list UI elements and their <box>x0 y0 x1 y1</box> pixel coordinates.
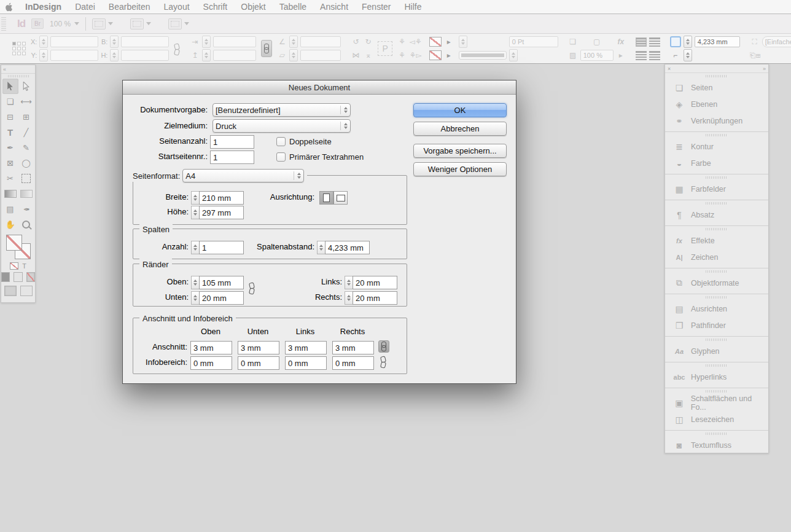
panel-tab-objektformate[interactable]: ⧉ Objektformate <box>665 275 768 291</box>
line-tool[interactable]: ╱ <box>18 125 34 140</box>
swap-fill-stroke-icon[interactable] <box>10 262 18 270</box>
gradient-feather-tool[interactable] <box>18 186 34 201</box>
height-stepper[interactable] <box>110 49 119 61</box>
wrap-around-object-icon[interactable] <box>636 51 647 60</box>
menu-bearbeiten[interactable]: Bearbeiten <box>102 0 157 14</box>
stroke-style-dropdown[interactable] <box>459 51 507 60</box>
appbar-gripper[interactable] <box>1 17 6 31</box>
fill-swatch[interactable] <box>6 235 22 251</box>
panel-group-gripper[interactable] <box>665 362 768 369</box>
fx-menu-icon[interactable]: fx <box>616 37 626 46</box>
hand-tool[interactable]: ✋ <box>2 217 18 232</box>
pen-tool[interactable]: ✒ <box>2 140 18 155</box>
view-options-dropdown[interactable] <box>92 18 113 29</box>
menu-schrift[interactable]: Schrift <box>197 0 235 14</box>
panel-tab-pathfinder[interactable]: ❒ Pathfinder <box>665 317 768 334</box>
panel-group-gripper[interactable] <box>665 73 768 79</box>
panel-group-gripper[interactable] <box>665 388 768 394</box>
slug-bottom-input[interactable]: 0 mm <box>238 356 279 370</box>
panel-group-gripper[interactable] <box>665 174 768 181</box>
page-size-dropdown[interactable]: A4 <box>182 169 304 182</box>
bridge-button[interactable]: Br <box>31 18 44 29</box>
close-icon[interactable]: × <box>668 66 671 72</box>
corner-radius-stepper[interactable] <box>684 36 692 48</box>
panel-group-gripper[interactable] <box>665 337 768 343</box>
margin-top-input[interactable]: 105 mm <box>199 276 244 289</box>
tools-panel-header[interactable]: « <box>1 65 35 74</box>
rotate-cw-icon[interactable]: ↻ <box>363 37 373 46</box>
clear-overrides-icon[interactable]: ⎗⊞ <box>750 51 760 60</box>
reference-point-proxy[interactable] <box>12 42 26 55</box>
menu-layout[interactable]: Layout <box>157 0 197 14</box>
panel-group-gripper[interactable] <box>665 226 768 232</box>
panel-group-gripper[interactable] <box>665 200 768 206</box>
stroke-color-swatch[interactable] <box>429 37 442 47</box>
flip-vertical-icon[interactable]: ⌅ <box>363 51 373 60</box>
landscape-button[interactable] <box>333 191 348 205</box>
panel-tab-farbe[interactable]: ◒ Farbe <box>665 155 768 171</box>
bleed-left-input[interactable]: 3 mm <box>285 341 327 354</box>
gap-tool[interactable]: ⟷ <box>18 94 34 109</box>
link-scale-button[interactable] <box>261 40 272 57</box>
preview-mode-button[interactable] <box>20 286 33 296</box>
menu-objekt[interactable]: Objekt <box>234 0 272 14</box>
panel-tab-absatz[interactable]: ¶ Absatz <box>665 206 768 223</box>
stroke-menu-arrow-icon[interactable]: ▸ <box>444 37 454 46</box>
apply-none-button[interactable] <box>26 272 35 282</box>
scale-y-stepper[interactable] <box>202 49 211 61</box>
panel-tab-effekte[interactable]: fx Effekte <box>665 232 768 249</box>
dialog-title-bar[interactable]: Neues Dokument <box>123 80 516 95</box>
margin-bottom-stepper[interactable] <box>191 291 199 305</box>
panel-tab-kontur[interactable]: ≣ Kontur <box>665 138 768 155</box>
bleed-right-input[interactable]: 3 mm <box>332 341 374 354</box>
intent-dropdown[interactable]: Druck <box>212 119 351 133</box>
scale-y-field[interactable] <box>213 50 256 61</box>
start-page-input[interactable]: 1 <box>210 151 254 164</box>
panel-tab-farbfelder[interactable]: ▦ Farbfelder <box>665 181 768 197</box>
apply-gradient-button[interactable] <box>14 272 22 282</box>
page-tool[interactable]: ❏ <box>2 94 18 109</box>
panel-tab-textumfluss[interactable]: ◙ Textumfluss <box>665 437 768 453</box>
content-placer-tool[interactable]: ⊞ <box>18 109 34 125</box>
menu-hilfe[interactable]: Hilfe <box>398 0 429 14</box>
constrain-proportions-icon[interactable] <box>174 44 180 53</box>
bleed-bottom-input[interactable]: 3 mm <box>238 341 279 354</box>
stroke-style-arrows[interactable] <box>509 49 518 61</box>
scale-x-stepper[interactable] <box>202 36 211 48</box>
collapse-panel-icon[interactable]: « <box>3 66 6 72</box>
flip-horizontal-icon[interactable]: ⋈ <box>351 51 360 60</box>
stroke-weight-field[interactable]: 0 Pt <box>509 36 558 47</box>
bleed-link-button[interactable] <box>378 340 389 353</box>
fewer-options-button[interactable]: Weniger Optionen <box>413 162 507 176</box>
apply-color-button[interactable] <box>1 272 10 282</box>
ellipse-frame-tool[interactable]: ◯ <box>18 155 34 171</box>
column-count-stepper[interactable] <box>191 241 199 254</box>
eyedropper-tool[interactable]: ✒ <box>18 201 34 217</box>
margin-right-stepper[interactable] <box>345 291 353 305</box>
rectangle-frame-tool[interactable]: ⊠ <box>2 155 18 171</box>
formatting-affects-text-icon[interactable]: T <box>22 262 26 270</box>
x-field[interactable] <box>50 36 98 47</box>
margin-left-stepper[interactable] <box>345 276 353 289</box>
drop-shadow-icon[interactable]: ❏ <box>568 37 578 46</box>
wrap-bounding-box-icon[interactable] <box>649 37 660 47</box>
type-tool[interactable]: T <box>2 125 18 140</box>
panel-tab-schaltflaechen[interactable]: ▣ Schaltflächen und Fo... <box>665 394 768 411</box>
margin-left-input[interactable]: 20 mm <box>353 276 397 289</box>
corner-shape-arrows[interactable] <box>684 49 692 61</box>
menu-ansicht[interactable]: Ansicht <box>313 0 355 14</box>
y-field[interactable] <box>50 50 98 61</box>
fill-color-swatch[interactable] <box>429 50 442 60</box>
panel-group-gripper[interactable] <box>665 431 768 437</box>
panel-tab-seiten[interactable]: ❏ Seiten <box>665 79 768 96</box>
width-field[interactable] <box>121 36 169 47</box>
height-input[interactable]: 297 mm <box>199 206 244 219</box>
panel-group-gripper[interactable] <box>665 132 768 138</box>
corner-shape-icon[interactable]: ⌐ <box>670 51 681 60</box>
gutter-input[interactable]: 4,233 mm <box>325 241 370 254</box>
margin-top-stepper[interactable] <box>191 276 199 289</box>
x-stepper[interactable] <box>39 36 48 48</box>
fill-menu-arrow-icon[interactable]: ▸ <box>444 51 454 60</box>
slug-right-input[interactable]: 0 mm <box>332 356 374 370</box>
panel-group-gripper[interactable] <box>665 268 768 275</box>
